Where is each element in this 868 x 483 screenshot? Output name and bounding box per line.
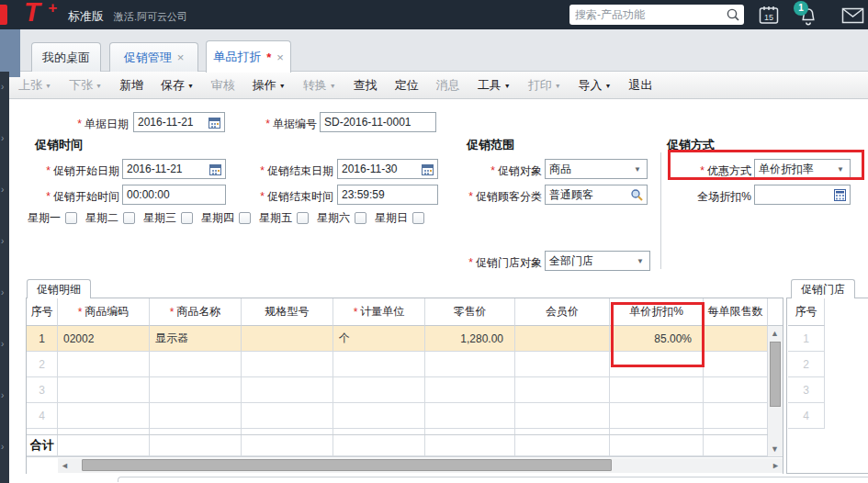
toolbar-button-prev: 上张▼ [18, 77, 51, 94]
header-cell-no: 序号 [27, 298, 58, 326]
calendar-picker-icon[interactable] [209, 116, 220, 129]
close-icon[interactable]: × [177, 51, 185, 64]
scroll-down-icon[interactable]: ▼ [771, 444, 779, 454]
tab-label: 促销管理 [124, 50, 172, 66]
toolbar-button-import[interactable]: 导入▼ [579, 77, 612, 94]
toolbar-button-new[interactable]: 新增 [119, 77, 143, 94]
toolbar-button-tools[interactable]: 工具▼ [478, 77, 511, 94]
sidebar-expand-icon[interactable]: › [1, 288, 9, 298]
toolbar-button-messages: 消息 [436, 77, 460, 94]
cell-limit[interactable] [704, 326, 768, 352]
toolbar-button-locate[interactable]: 定位 [395, 77, 419, 94]
hscroll-thumb[interactable] [82, 459, 612, 471]
chevron-down-icon: ▼ [634, 165, 641, 174]
promo-scope-title: 促销范围 [467, 137, 514, 153]
calculator-icon[interactable] [834, 189, 846, 201]
toolbar-button-save[interactable]: 保存▼ [161, 77, 194, 94]
sidebar-expand-icon[interactable]: › [1, 340, 9, 349]
tab-my-desktop[interactable]: 我的桌面 [31, 42, 101, 72]
scroll-right-icon[interactable]: ► [772, 461, 780, 470]
weekday-checkbox[interactable] [123, 212, 135, 224]
stores-row-no[interactable]: 4 [788, 403, 825, 429]
unsaved-marker: * [266, 51, 271, 64]
sidebar-expand-icon[interactable]: › [1, 443, 9, 452]
stores-row-no[interactable]: 1 [788, 326, 825, 352]
cell-name[interactable]: 显示器 [150, 326, 242, 352]
search-input[interactable] [575, 6, 720, 24]
tab-promotion-management[interactable]: 促销管理 × [109, 42, 198, 72]
stores-row-no[interactable]: 3 [788, 377, 825, 403]
section-divider [660, 152, 661, 269]
cell-row-no[interactable]: 1 [27, 326, 58, 352]
scroll-up-icon[interactable]: ▲ [771, 329, 779, 338]
promo-target-select[interactable]: 商品 ▼ [545, 159, 648, 179]
end-date-field[interactable]: 2016-11-30 [337, 159, 438, 179]
vertical-scrollbar[interactable]: ▲ ▼ [768, 326, 783, 456]
tab-item-discount[interactable]: 单品打折 * × [206, 40, 291, 73]
calendar-picker-icon[interactable] [422, 163, 434, 175]
mail-icon[interactable] [841, 7, 864, 24]
toolbar-button-actions[interactable]: 操作▼ [253, 77, 286, 94]
global-discount-field[interactable] [754, 185, 851, 205]
dropdown-arrow-icon: ▼ [330, 83, 336, 89]
dropdown-arrow-icon: ▼ [279, 83, 286, 89]
sidebar-expand-icon[interactable]: › [1, 237, 9, 246]
hscroll-track[interactable]: ◄ ► [58, 458, 783, 473]
cell-row-no[interactable]: 3 [27, 377, 58, 403]
doc-no-field[interactable]: SD-2016-11-0001 [320, 112, 436, 132]
weekday-label: 星期一 [28, 210, 61, 226]
tab-promo-stores[interactable]: 促销门店 [791, 279, 855, 298]
discount-method-select[interactable]: 单价折扣率 ▼ [754, 159, 851, 179]
doc-date-field[interactable]: 2016-11-21 [133, 112, 225, 132]
dropdown-arrow-icon: ▼ [605, 83, 612, 89]
cell-discount[interactable]: 85.00% [610, 326, 704, 352]
start-time-label: *促销开始时间 [18, 189, 119, 205]
calendar-day-icon[interactable]: 15 [759, 6, 779, 25]
start-time-field[interactable]: 00:00:00 [122, 185, 226, 205]
cell-row-no[interactable]: 2 [27, 352, 58, 377]
cell-unit[interactable]: 个 [333, 326, 425, 352]
cell-retail[interactable]: 1,280.00 [425, 326, 515, 352]
lookup-magnifier-icon[interactable] [630, 188, 643, 201]
weekday-checkbox[interactable] [355, 212, 366, 224]
weekday-checkbox[interactable] [65, 212, 77, 224]
close-icon[interactable]: × [276, 51, 284, 64]
horizontal-scrollbar[interactable]: ◄ ► [27, 456, 783, 474]
search-icon[interactable] [726, 7, 740, 22]
toolbar-button-exit[interactable]: 退出 [629, 77, 653, 94]
sidebar-expand-icon[interactable]: › [1, 83, 9, 92]
vscroll-thumb[interactable] [770, 342, 781, 407]
weekday-checkbox[interactable] [181, 212, 193, 224]
toolbar-button-find[interactable]: 查找 [354, 77, 378, 94]
toolbar-button-print: 打印▼ [528, 77, 561, 94]
sidebar-top-block[interactable] [0, 29, 20, 77]
tab-promo-detail[interactable]: 促销明细 [27, 279, 91, 298]
stores-row-no[interactable]: 2 [788, 352, 825, 377]
scroll-left-icon[interactable]: ◄ [61, 461, 69, 470]
start-date-label: *促销开始日期 [18, 163, 119, 179]
weekday-checkbox[interactable] [239, 212, 251, 224]
header-cell-code: *商品编码 [58, 298, 150, 326]
customer-class-field[interactable]: 普通顾客 [545, 185, 648, 205]
store-target-select[interactable]: 全部门店 ▼ [545, 251, 650, 271]
search-box[interactable] [569, 5, 744, 25]
sidebar-expand-icon[interactable]: › [1, 391, 9, 400]
sidebar-expand-icon[interactable]: › [1, 134, 9, 143]
customer-class-label: *促销顾客分类 [439, 189, 542, 205]
sidebar-expand-icon[interactable]: › [1, 185, 9, 195]
stores-header-cell-no: 序号 [788, 298, 825, 326]
weekday-label: 星期三 [143, 210, 176, 226]
cell-code[interactable]: 02002 [58, 326, 150, 352]
discount-method-label: *优惠方式 [671, 163, 751, 179]
cell-row-no[interactable]: 4 [27, 403, 58, 429]
cell-member[interactable] [515, 326, 610, 352]
weekday-checkbox-row: 星期一 星期二 星期三 星期四 星期五 星期六 星期日 [28, 210, 433, 226]
start-date-field[interactable]: 2016-11-21 [122, 159, 226, 179]
cell-spec[interactable] [242, 326, 333, 352]
end-time-field[interactable]: 23:59:59 [337, 185, 438, 205]
weekday-checkbox[interactable] [412, 212, 424, 224]
promo-method-title: 促销方式 [667, 137, 715, 153]
weekday-checkbox[interactable] [297, 212, 309, 224]
activation-label[interactable]: 激活.阿可云公司 [114, 10, 187, 24]
calendar-picker-icon[interactable] [209, 163, 221, 175]
